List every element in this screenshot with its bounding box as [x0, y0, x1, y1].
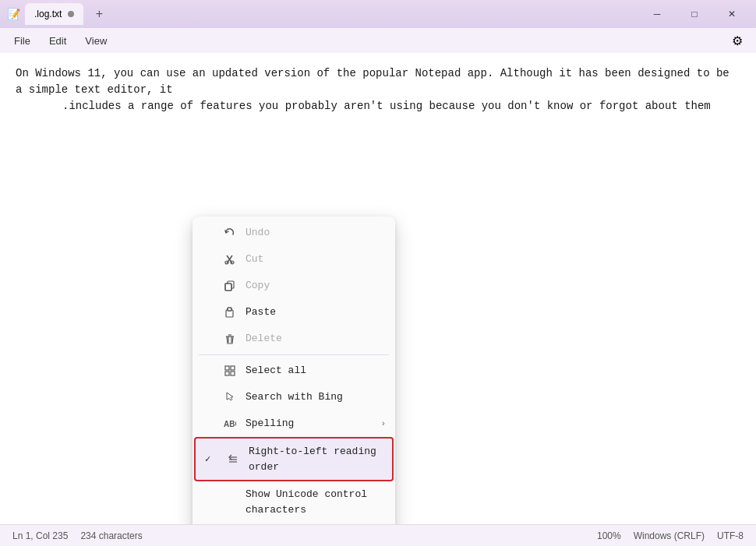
window-controls: ─ □ ✕: [639, 2, 750, 26]
menu-label-select-all: Select all: [246, 363, 386, 379]
status-zoom: 100%: [597, 530, 621, 541]
menu-icon-copy: [222, 278, 238, 294]
menu-label-cut: Cut: [246, 252, 386, 267]
context-menu-item-paste[interactable]: Paste: [193, 299, 395, 326]
menu-label-search-bing: Search with Bing: [246, 389, 386, 405]
title-bar-left: 📝 .log.txt +: [6, 3, 110, 25]
context-menu-item-undo: Undo: [193, 220, 395, 246]
context-menu-item-delete: Delete: [193, 326, 395, 352]
menu-icon-show-unicode: [222, 495, 238, 510]
editor-content-line2: .includes a range of features you probab…: [16, 98, 740, 114]
menu-icon-select-all: [222, 363, 238, 379]
context-menu-item-select-all[interactable]: Select all: [193, 358, 395, 384]
status-line-col: Ln 1, Col 235: [12, 530, 68, 541]
svg-rect-5: [225, 284, 231, 291]
context-menu-item-insert-unicode[interactable]: Insert Unicode control characters›: [193, 523, 395, 524]
tab-unsaved-dot: [68, 11, 74, 17]
settings-button[interactable]: ⚙: [725, 28, 750, 53]
context-menu-item-copy: Copy: [193, 273, 395, 299]
editor-content-line1: On Windows 11, you can use an updated ve…: [16, 65, 740, 98]
context-menu-item-cut: Cut: [193, 246, 395, 273]
menu-icon-cut: [222, 252, 238, 267]
svg-text:ABC: ABC: [224, 420, 236, 428]
menu-label-show-unicode: Show Unicode control characters: [246, 487, 386, 517]
context-menu-separator: [199, 354, 389, 355]
status-encoding: Windows (CRLF): [634, 530, 705, 541]
menu-label-rtl: Right-to-left reading order: [249, 444, 383, 474]
editor-area[interactable]: On Windows 11, you can use an updated ve…: [0, 53, 756, 524]
check-icon-rtl: ✓: [205, 453, 217, 467]
menu-label-undo: Undo: [246, 225, 386, 241]
menu-label-copy: Copy: [246, 278, 386, 294]
svg-rect-12: [231, 366, 235, 370]
menu-view[interactable]: View: [77, 32, 115, 50]
menu-label-paste: Paste: [246, 305, 386, 320]
status-charset: UTF-8: [717, 530, 744, 541]
context-menu: UndoCutCopyPasteDeleteSelect allSearch w…: [193, 217, 395, 524]
context-menu-item-search-bing[interactable]: Search with Bing: [193, 384, 395, 410]
menu-file[interactable]: File: [6, 32, 38, 50]
active-tab[interactable]: .log.txt: [25, 3, 83, 25]
menu-label-spelling: Spelling: [246, 416, 373, 432]
status-bar: Ln 1, Col 235 234 characters 100% Window…: [0, 524, 756, 546]
menu-icon-paste: [222, 305, 238, 320]
app-icon: 📝: [6, 7, 20, 21]
minimize-button[interactable]: ─: [639, 2, 675, 26]
submenu-arrow-spelling: ›: [380, 417, 386, 431]
svg-rect-14: [231, 372, 235, 375]
menu-icon-spelling: ABC: [222, 416, 238, 432]
menu-items: File Edit View: [6, 32, 115, 50]
status-right: 100% Windows (CRLF) UTF-8: [597, 530, 744, 541]
svg-rect-13: [225, 372, 229, 375]
menu-bar: File Edit View ⚙: [0, 28, 756, 53]
menu-icon-rtl: [225, 452, 241, 467]
close-button[interactable]: ✕: [714, 2, 750, 26]
context-menu-item-rtl[interactable]: ✓Right-to-left reading order: [194, 437, 394, 481]
menu-edit[interactable]: Edit: [41, 32, 74, 50]
svg-rect-11: [225, 366, 229, 370]
menu-icon-undo: [222, 225, 238, 241]
status-left: Ln 1, Col 235 234 characters: [12, 530, 143, 541]
new-tab-button[interactable]: +: [88, 3, 110, 25]
maximize-button[interactable]: □: [677, 2, 712, 26]
menu-label-delete: Delete: [246, 331, 386, 347]
status-chars: 234 characters: [80, 530, 142, 541]
tab-label: .log.txt: [34, 9, 62, 19]
context-menu-item-spelling[interactable]: ABCSpelling›: [193, 410, 395, 437]
title-bar: 📝 .log.txt + ─ □ ✕: [0, 0, 756, 28]
context-menu-item-show-unicode[interactable]: Show Unicode control characters: [193, 481, 395, 523]
menu-icon-delete: [222, 331, 238, 347]
menu-icon-search-bing: [222, 389, 238, 405]
